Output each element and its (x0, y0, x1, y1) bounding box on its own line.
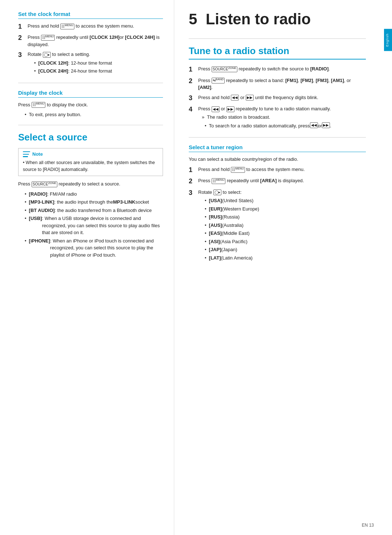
region-list: [USA] (United States) [EUR] (Western Eur… (205, 197, 366, 261)
right-divider-2 (189, 137, 366, 138)
footer: EN 13 (362, 523, 374, 528)
menu-icon-5: ☷MENU (212, 178, 226, 184)
clock-bullet-list: [CLOCK 12H]: 12-hour time format [CLOCK … (34, 60, 163, 75)
note-icon (23, 151, 30, 157)
region-jap: [JAP] (Japan) (205, 246, 366, 253)
prev-icon-2: ◀◀ (212, 106, 220, 112)
source-bullet-bt: [BT AUDIO]: the audio transferred from a… (25, 207, 163, 214)
source-para: Press SOURCEZONE repeatedly to select a … (18, 180, 163, 188)
tune-search-bullet: To search for a radio station automatica… (205, 122, 366, 130)
source-bullet-usb: [USB]: When a USB storage device is conn… (25, 215, 163, 236)
source-bullet-mp3: [MP3-LINK]: the audio input through the … (25, 199, 163, 206)
source-bullet-radio: [RADIO]: FM/AM radio (25, 191, 163, 198)
menu-icon-3: ☷MENU (32, 102, 46, 108)
tune-arrow-1: The radio station is broadcast. (202, 114, 366, 121)
tune-extra-bullets: To search for a radio station automatica… (205, 122, 366, 130)
set-clock-heading: Set the clock format (18, 11, 163, 19)
clock-step-2: 2 Press ☷MENU repeatedly until [CLOCK 12… (18, 34, 163, 48)
tune-step-2: 2 Press ⇋BAND repeatedly to select a ban… (189, 77, 366, 91)
menu-icon-2: ☷MENU (41, 35, 55, 41)
rotate-icon: ◯▸ (43, 52, 51, 58)
tune-heading: Tune to a radio station (189, 45, 366, 60)
tuner-region-heading: Select a tuner region (189, 144, 366, 152)
next-icon-3: ▶▶ (322, 122, 330, 128)
right-divider-1 (189, 38, 366, 39)
clock-bullet-1: [CLOCK 12H]: 12-hour time format (34, 60, 163, 67)
display-clock-para: Press ☷MENU to display the clock. (18, 101, 163, 109)
note-header: Note (23, 151, 158, 157)
region-usa: [USA] (United States) (205, 197, 366, 204)
tuner-steps-list: 1 Press and hold ☷MENU to access the sys… (189, 166, 366, 263)
next-icon-2: ▶▶ (226, 106, 234, 112)
chapter-title: 5 Listen to radio (189, 11, 366, 28)
divider-1 (18, 83, 163, 83)
region-lat: [LAT] (Latin America) (205, 254, 366, 262)
note-text: • When all other sources are unavailable… (23, 159, 158, 173)
clock-step-1: 1 Press and hold ☷MENU to access the sys… (18, 23, 163, 31)
prev-icon: ◀◀ (231, 95, 239, 101)
divider-2 (18, 125, 163, 125)
clock-step-3: 3 Rotate ◯▸ to select a setting. [CLOCK … (18, 51, 163, 76)
source-zone-icon-2: SOURCEZONE (212, 66, 237, 72)
menu-icon-4: ☷MENU (231, 167, 245, 173)
right-column: 5 Listen to radio Tune to a radio statio… (174, 0, 384, 535)
tuner-step-3: 3 Rotate ◯▸ to select: [USA] (United Sta… (189, 189, 366, 263)
display-clock-heading: Display the clock (18, 90, 163, 98)
rotate-icon-2: ◯▸ (213, 189, 221, 195)
display-clock-bullet-1: To exit, press any button. (25, 111, 163, 118)
tuner-step-2: 2 Press ☷MENU repeatedly until [AREA] is… (189, 177, 366, 185)
prev-icon-3: ◀◀ (310, 122, 318, 128)
clock-bullet-2: [CLOCK 24H]: 24-hour time format (34, 68, 163, 75)
menu-icon: ☷MENU (60, 24, 74, 29)
tune-arrow-list: The radio station is broadcast. (202, 114, 366, 121)
language-tab: English (384, 29, 392, 51)
chapter-number: 5 (189, 11, 197, 28)
band-icon: ⇋BAND (212, 78, 225, 83)
region-eas: [EAS] (Middle East) (205, 230, 366, 237)
display-clock-bullets: To exit, press any button. (25, 111, 163, 118)
tuner-region-para: You can select a suitable country/region… (189, 156, 366, 163)
region-eur: [EUR] (Western Europe) (205, 205, 366, 213)
chapter-header: 5 Listen to radio (189, 11, 366, 28)
source-bullet-iphone: [iPHONE]: When an iPhone or iPod touch i… (25, 237, 163, 259)
next-icon: ▶▶ (246, 95, 254, 101)
tune-step-4: 4 Press ◀◀ or ▶▶ repeatedly to tune to a… (189, 105, 366, 131)
region-asi: [ASI] (Asia Pacific) (205, 238, 366, 245)
source-zone-icon: SOURCEZONE (32, 181, 57, 187)
region-aus: [AUS] (Australia) (205, 222, 366, 229)
clock-steps-list: 1 Press and hold ☷MENU to access the sys… (18, 23, 163, 76)
chapter-title-text: Listen to radio (206, 11, 311, 28)
region-rus: [RUS] (Russia) (205, 213, 366, 221)
select-source-heading: Select a source (18, 132, 163, 143)
note-box: Note • When all other sources are unavai… (18, 148, 163, 176)
tune-step-1: 1 Press SOURCEZONE repeatedly to switch … (189, 65, 366, 74)
tuner-step-1: 1 Press and hold ☷MENU to access the sys… (189, 166, 366, 174)
tune-step-3: 3 Press and hold ◀◀ or ▶▶ until the freq… (189, 94, 366, 102)
left-column: Set the clock format 1 Press and hold ☷M… (0, 0, 174, 535)
source-bullets: [RADIO]: FM/AM radio [MP3-LINK]: the aud… (25, 191, 163, 259)
tune-steps-list: 1 Press SOURCEZONE repeatedly to switch … (189, 65, 366, 131)
